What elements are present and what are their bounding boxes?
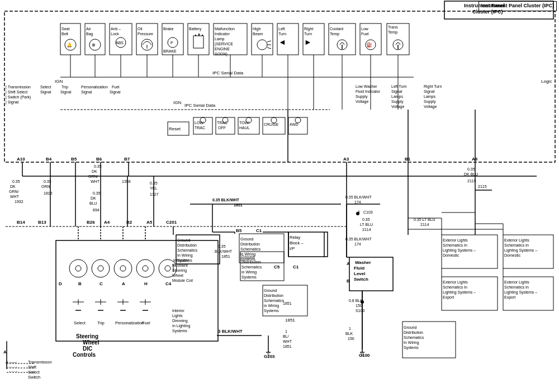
- svg-text:Steering: Steering: [172, 268, 187, 273]
- svg-text:1358: 1358: [122, 180, 131, 183]
- svg-text:Systems: Systems: [241, 275, 257, 280]
- svg-text:B13: B13: [38, 220, 46, 225]
- svg-text:⛽: ⛽: [367, 42, 372, 48]
- svg-text:Supply: Supply: [424, 100, 436, 104]
- svg-text:S100: S100: [356, 309, 364, 313]
- svg-text:GRN/: GRN/: [9, 190, 19, 193]
- svg-text:1851: 1851: [234, 203, 243, 207]
- svg-point-308: [165, 266, 170, 271]
- svg-text:Lamps: Lamps: [391, 95, 404, 99]
- svg-text:Schematics In: Schematics In: [443, 285, 467, 289]
- svg-point-302: [98, 266, 103, 271]
- svg-text:1851: 1851: [221, 254, 230, 258]
- svg-text:D: D: [59, 281, 62, 286]
- svg-text:Pressure: Pressure: [138, 32, 153, 36]
- svg-text:C: C: [100, 281, 103, 286]
- svg-text:1851: 1851: [283, 344, 292, 348]
- svg-text:Export: Export: [443, 295, 454, 300]
- svg-text:Turn: Turn: [278, 32, 286, 36]
- svg-text:C201: C201: [166, 220, 177, 225]
- svg-text:In Wiring: In Wiring: [404, 341, 419, 345]
- svg-text:Signal: Signal: [81, 90, 92, 95]
- right-turn-label: Right: [304, 27, 313, 31]
- svg-text:Temp: Temp: [388, 30, 397, 35]
- svg-text:0.35: 0.35: [93, 191, 101, 195]
- diagram-container: Instrument Panel Cluster (IPC) Instrumen…: [0, 0, 559, 392]
- svg-text:Fuel: Fuel: [112, 85, 120, 89]
- svg-text:Switch: Switch: [28, 375, 40, 380]
- svg-text:in Wiring: in Wiring: [240, 252, 255, 257]
- svg-text:0.35 BLK/WHT: 0.35 BLK/WHT: [212, 198, 240, 202]
- svg-text:| Shift Select: | Shift Select: [6, 90, 27, 95]
- svg-text:Lights: Lights: [172, 314, 183, 318]
- svg-text:Domestic: Domestic: [504, 253, 521, 257]
- svg-text:Malfunction: Malfunction: [215, 27, 235, 31]
- svg-text:Select: Select: [40, 85, 51, 89]
- svg-text:In Wiring: In Wiring: [177, 253, 193, 258]
- svg-point-305: [136, 259, 154, 277]
- svg-text:I/P: I/P: [290, 246, 295, 251]
- svg-text:Shift: Shift: [28, 365, 37, 370]
- svg-text:Distribution: Distribution: [264, 294, 283, 297]
- svg-text:Schematics: Schematics: [177, 248, 198, 252]
- svg-text:Bag: Bag: [86, 32, 93, 36]
- svg-rect-34: [193, 36, 203, 48]
- svg-text:Relay: Relay: [290, 235, 300, 240]
- svg-text:Schematics In: Schematics In: [443, 243, 467, 247]
- svg-text:DK: DK: [91, 196, 96, 200]
- svg-text:Lighting Systems –: Lighting Systems –: [504, 248, 537, 253]
- svg-text:WHT: WHT: [10, 195, 20, 199]
- svg-text:B14: B14: [17, 220, 25, 225]
- svg-line-49: [267, 41, 271, 42]
- svg-text:Lighting Systems –: Lighting Systems –: [504, 290, 537, 295]
- svg-text:Washer: Washer: [355, 260, 371, 265]
- svg-text:0.35: 0.35: [467, 167, 475, 171]
- svg-text:Schematics In: Schematics In: [504, 243, 529, 247]
- svg-text:150: 150: [356, 304, 362, 308]
- svg-text:1932: 1932: [15, 200, 23, 204]
- svg-text:Distribution: Distribution: [404, 330, 423, 334]
- svg-text:Ground: Ground: [404, 325, 416, 329]
- svg-text:B26: B26: [87, 220, 95, 225]
- svg-text:C103: C103: [363, 210, 373, 214]
- svg-text:Fuel: Fuel: [361, 32, 369, 36]
- svg-point-300: [75, 266, 81, 271]
- svg-text:OFF: OFF: [218, 126, 226, 130]
- svg-text:B: B: [347, 278, 350, 284]
- svg-point-306: [143, 266, 148, 271]
- svg-text:Select: Select: [74, 320, 86, 325]
- svg-text:Steering: Steering: [76, 333, 98, 339]
- svg-text:174: 174: [354, 200, 361, 204]
- svg-text:►: ►: [304, 37, 312, 46]
- svg-text:Schematics: Schematics: [240, 247, 261, 251]
- svg-text:1: 1: [285, 329, 287, 333]
- svg-text:DIC: DIC: [83, 346, 92, 352]
- svg-text:BRAKE: BRAKE: [163, 49, 177, 53]
- svg-text:Signal: Signal: [60, 90, 72, 95]
- svg-text:Indicator: Indicator: [215, 32, 230, 36]
- svg-text:Logic: Logic: [541, 79, 552, 84]
- svg-point-48: [257, 40, 267, 50]
- svg-text:Signal: Signal: [424, 89, 435, 94]
- svg-text:C1: C1: [293, 265, 299, 270]
- svg-text:B7: B7: [124, 157, 130, 162]
- svg-text:B4: B4: [46, 157, 52, 162]
- svg-text:Air: Air: [86, 27, 91, 31]
- svg-text:DK BLU: DK BLU: [464, 172, 478, 176]
- svg-text:ORN: ORN: [41, 185, 50, 188]
- svg-text:Distribution: Distribution: [240, 242, 260, 246]
- svg-text:Transmisson: Transmisson: [28, 360, 52, 365]
- svg-text:Fluid: Fluid: [354, 266, 364, 271]
- svg-text:ENGINE: ENGINE: [215, 47, 230, 51]
- svg-text:Left Turn: Left Turn: [391, 84, 407, 88]
- svg-text:A: A: [3, 350, 7, 355]
- svg-text:B5: B5: [236, 228, 242, 233]
- svg-text:A5: A5: [146, 220, 153, 225]
- svg-text:HAUL: HAUL: [239, 126, 250, 130]
- svg-text:Exterior Lights: Exterior Lights: [443, 238, 468, 243]
- svg-text:Export: Export: [504, 295, 515, 300]
- svg-text:A4: A4: [104, 220, 110, 225]
- svg-text:Domestic: Domestic: [443, 253, 459, 257]
- svg-text:Low Washer: Low Washer: [356, 84, 377, 88]
- svg-text:Supply: Supply: [391, 100, 404, 104]
